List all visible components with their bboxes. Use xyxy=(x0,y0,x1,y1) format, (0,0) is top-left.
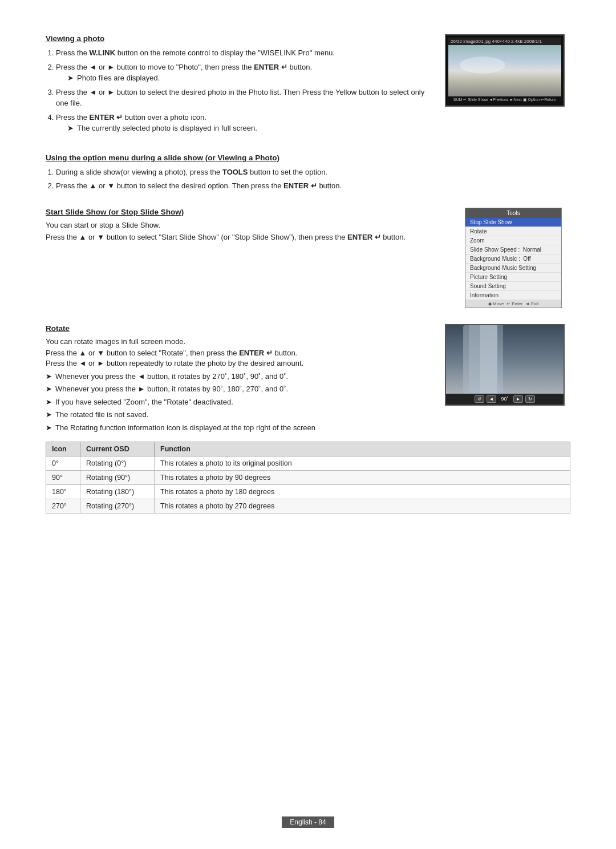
rotate-tv-screen: ↺ ◄ 90˚ ► ↻ xyxy=(445,324,565,406)
rotate-instruction2: Press the ◄ or ► button repeatedly to ro… xyxy=(46,359,433,367)
tools-menu-item-picturesetting[interactable]: Picture Setting xyxy=(465,273,561,282)
arrow-icon: ➤ xyxy=(67,72,74,84)
rotate-left-arrow: ◄ xyxy=(487,395,497,403)
enter-label-4: ENTER ↵ xyxy=(347,233,381,241)
tools-menu-item-bgmusicsetting[interactable]: Background Music Setting xyxy=(465,264,561,273)
table-cell-osd-270: Rotating (270°) xyxy=(80,499,155,514)
rotate-photo-svg xyxy=(446,325,564,394)
rotate-controls: ↺ ◄ 90˚ ► ↻ xyxy=(446,394,564,405)
rotate-bullet-5-text: The Rotating function information icon i… xyxy=(55,422,315,434)
svg-rect-0 xyxy=(446,325,564,394)
tools-label: TOOLS xyxy=(222,168,248,176)
tools-menu-footer: ◆ Move ↵ Enter ◄ Exit xyxy=(465,300,561,308)
rotate-angle-label: 90˚ xyxy=(499,396,510,402)
tools-menu-item-information[interactable]: Information xyxy=(465,291,561,300)
table-header-icon: Icon xyxy=(46,442,80,456)
slide-show-desc: You can start or stop a Slide Show. xyxy=(46,221,451,229)
slide-show-row: Start Slide Show (or Stop Slide Show) Yo… xyxy=(46,208,570,308)
rotate-tv-photo xyxy=(446,325,564,394)
rotate-tv-container: ↺ ◄ 90˚ ► ↻ xyxy=(445,324,570,406)
rotate-text: Rotate You can rotate images in full scr… xyxy=(46,324,433,435)
table-cell-fn-0: This rotates a photo to its original pos… xyxy=(155,456,570,471)
viewing-photo-title: Viewing a photo xyxy=(46,34,433,43)
rotate-cw-icon: ↻ xyxy=(525,395,535,403)
step-2-note: ➤ Photo files are displayed. xyxy=(67,72,433,84)
tools-menu-item-bgmusic[interactable]: Background Music : Off xyxy=(465,254,561,264)
step-4: Press the ENTER ↵ button over a photo ic… xyxy=(56,112,433,134)
rotate-bullet-4-text: The rotated file is not saved. xyxy=(55,409,148,421)
tools-menu-item-zoom[interactable]: Zoom xyxy=(465,236,561,245)
tools-menu: Tools Stop Slide Show Rotate Zoom Slide … xyxy=(465,208,562,308)
rotate-table: Icon Current OSD Function 0° Rotating (0… xyxy=(46,442,570,514)
svg-rect-1 xyxy=(469,325,503,394)
option-step-1: During a slide show(or viewing a photo),… xyxy=(56,167,570,178)
rotate-desc: You can rotate images in full screen mod… xyxy=(46,337,433,346)
table-header-osd: Current OSD xyxy=(80,442,155,456)
using-option-menu-title: Using the option menu during a slide sho… xyxy=(46,153,570,162)
table-row: 270° Rotating (270°) This rotates a phot… xyxy=(46,499,570,514)
arrow-icon-4: ➤ xyxy=(46,383,52,395)
step-4-note-text: The currently selected photo is displaye… xyxy=(77,123,257,134)
tv-screen-container: 26/22 image001.jpg 440×440 2.4kB 2008/1/… xyxy=(445,34,570,107)
viewing-photo-text: Viewing a photo Press the W.LINK button … xyxy=(46,34,433,138)
wlink-label: W.LINK xyxy=(90,48,116,57)
viewing-photo-section: Viewing a photo Press the W.LINK button … xyxy=(46,34,570,138)
table-cell-icon-90: 90° xyxy=(46,471,80,485)
rotate-row: Rotate You can rotate images in full scr… xyxy=(46,324,570,435)
svg-rect-2 xyxy=(480,325,497,394)
table-cell-icon-180: 180° xyxy=(46,485,80,499)
rotate-bullet-3-text: If you have selected "Zoom", the "Rotate… xyxy=(55,397,233,408)
step-3: Press the ◄ or ► button to select the de… xyxy=(56,87,433,109)
rotate-right-arrow: ► xyxy=(513,395,524,403)
arrow-icon-2: ➤ xyxy=(67,123,74,134)
rotate-bullet-4: ➤ The rotated file is not saved. xyxy=(46,409,433,421)
step-4-note: ➤ The currently selected photo is displa… xyxy=(67,123,433,134)
tv-statusbar: 26/22 image001.jpg 440×440 2.4kB 2008/1/… xyxy=(448,38,561,45)
using-option-menu-section: Using the option menu during a slide sho… xyxy=(46,153,570,192)
arrow-icon-7: ➤ xyxy=(46,422,52,434)
table-cell-osd-0: Rotating (0°) xyxy=(80,456,155,471)
table-cell-fn-90: This rotates a photo by 90 degrees xyxy=(155,471,570,485)
step-1: Press the W.LINK button on the remote co… xyxy=(56,47,433,59)
enter-label-2: ENTER ↵ xyxy=(90,113,123,122)
rotate-bullet-5: ➤ The Rotating function information icon… xyxy=(46,422,433,434)
table-row: 180° Rotating (180°) This rotates a phot… xyxy=(46,485,570,499)
rotate-bullet-1-text: Whenever you press the ◄ button, it rota… xyxy=(55,371,288,382)
start-slide-show-section: Start Slide Show (or Stop Slide Show) Yo… xyxy=(46,208,570,308)
option-step-2: Press the ▲ or ▼ button to select the de… xyxy=(56,180,570,192)
table-cell-fn-270: This rotates a photo by 270 degrees xyxy=(155,499,570,514)
using-option-menu-steps: During a slide show(or viewing a photo),… xyxy=(56,167,570,192)
enter-label-3: ENTER ↵ xyxy=(283,181,317,190)
rotate-bullet-2-text: Whenever you press the ► button, it rota… xyxy=(55,383,288,395)
arrow-icon-6: ➤ xyxy=(46,409,52,421)
page-footer: English - 84 xyxy=(0,818,616,826)
tv-bottombar: SUM ↵ Slide Show ◄Previous ►Next ▣ Optio… xyxy=(448,96,561,103)
table-cell-icon-270: 270° xyxy=(46,499,80,514)
table-cell-osd-180: Rotating (180°) xyxy=(80,485,155,499)
tools-menu-item-slidespeed[interactable]: Slide Show Speed : Normal xyxy=(465,245,561,254)
tv-status-text: 26/22 image001.jpg 440×440 2.4kB 2008/1/… xyxy=(451,39,542,44)
table-cell-icon-0: 0° xyxy=(46,456,80,471)
footer-label: English - 84 xyxy=(282,816,334,828)
rotate-title: Rotate xyxy=(46,324,433,333)
table-header-function: Function xyxy=(155,442,570,456)
rotate-ccw-icon: ↺ xyxy=(475,395,484,403)
table-row: 0° Rotating (0°) This rotates a photo to… xyxy=(46,456,570,471)
arrow-icon-3: ➤ xyxy=(46,371,52,382)
start-slide-show-title: Start Slide Show (or Stop Slide Show) xyxy=(46,208,451,216)
rotate-section: Rotate You can rotate images in full scr… xyxy=(46,324,570,514)
tv-photo-clouds xyxy=(448,45,561,96)
step-2: Press the ◄ or ► button to move to "Phot… xyxy=(56,62,433,84)
table-cell-osd-90: Rotating (90°) xyxy=(80,471,155,485)
enter-label-5: ENTER ↵ xyxy=(239,349,273,357)
tools-menu-item-stop-slideshow[interactable]: Stop Slide Show xyxy=(465,218,561,227)
arrow-icon-5: ➤ xyxy=(46,397,52,408)
rotate-instruction1: Press the ▲ or ▼ button to select "Rotat… xyxy=(46,349,433,357)
table-cell-fn-180: This rotates a photo by 180 degrees xyxy=(155,485,570,499)
slide-show-text: Start Slide Show (or Stop Slide Show) Yo… xyxy=(46,208,451,241)
tools-menu-item-rotate[interactable]: Rotate xyxy=(465,227,561,236)
tools-menu-item-soundsetting[interactable]: Sound Setting xyxy=(465,282,561,291)
enter-label: ENTER ↵ xyxy=(254,63,287,71)
table-row: 90° Rotating (90°) This rotates a photo … xyxy=(46,471,570,485)
step-2-note-text: Photo files are displayed. xyxy=(77,72,160,84)
